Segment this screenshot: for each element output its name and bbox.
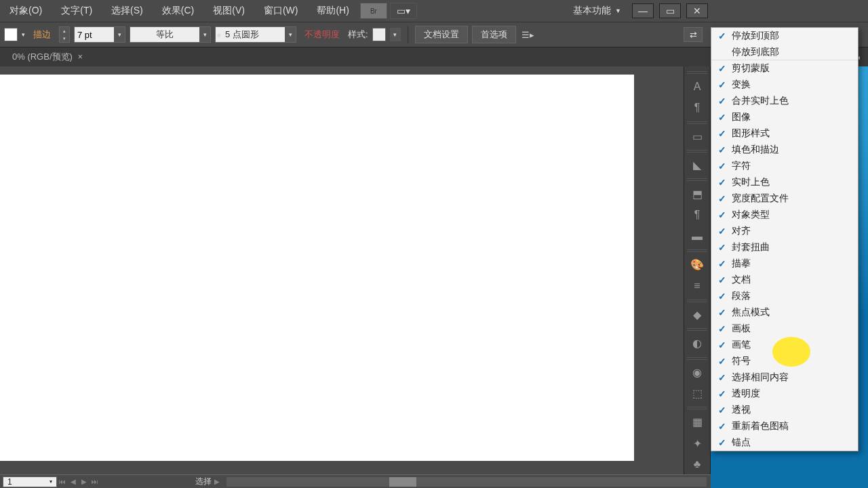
preferences-button[interactable]: 首选项 xyxy=(472,26,516,43)
stroke-panel-icon[interactable]: ≡ xyxy=(687,278,707,295)
menu-window[interactable]: 窗口(W) xyxy=(254,5,308,17)
prev-icon[interactable]: ◀ xyxy=(68,478,79,485)
menu-item[interactable]: ✓图像 xyxy=(711,109,858,125)
menu-item[interactable]: ✓锚点 xyxy=(711,434,858,451)
menu-item[interactable]: ✓焦点模式 xyxy=(711,304,858,321)
artboard-nav-combo[interactable]: 1 ▾ xyxy=(3,476,57,487)
next-icon[interactable]: ▶ xyxy=(79,478,90,485)
chevron-down-icon[interactable]: ▾ xyxy=(114,27,125,42)
opacity-label[interactable]: 不透明度 xyxy=(300,28,344,41)
transparency-icon[interactable]: ◉ xyxy=(687,364,707,381)
check-icon: ✓ xyxy=(718,96,732,106)
brushes-icon[interactable]: ✦ xyxy=(687,435,707,452)
menu-item[interactable]: ✓透视 xyxy=(711,402,858,418)
gradient-icon[interactable]: ◐ xyxy=(687,335,707,352)
transform-icon[interactable]: ⬒ xyxy=(687,185,707,202)
swatches-icon[interactable]: ▦ xyxy=(687,413,707,430)
chevron-down-icon[interactable]: ▾ xyxy=(390,28,401,41)
document-tab[interactable]: 0% (RGB/预览) × xyxy=(5,51,90,63)
menu-select[interactable]: 选择(S) xyxy=(102,5,153,17)
menu-item-label: 剪切蒙版 xyxy=(732,62,770,75)
close-button[interactable]: ✕ xyxy=(686,3,708,18)
stroke-weight-combo[interactable]: ▾ xyxy=(74,26,125,43)
menu-item[interactable]: ✓宽度配置文件 xyxy=(711,190,858,207)
check-icon: ✓ xyxy=(718,112,732,123)
workspace-switcher[interactable]: 基本功能 ▼ xyxy=(565,5,629,17)
character-panel-icon[interactable]: A xyxy=(687,78,707,95)
menu-item-label: 图形样式 xyxy=(732,127,770,140)
menu-item[interactable]: ✓实时上色 xyxy=(711,174,858,190)
menu-item[interactable]: ✓对象类型 xyxy=(711,207,858,223)
arrange-icon[interactable]: ▭▾ xyxy=(390,3,417,19)
menu-item[interactable]: ✓合并实时上色 xyxy=(711,93,858,109)
align-icon[interactable]: ☰▸ xyxy=(520,28,536,41)
menu-item-label: 透明度 xyxy=(732,388,760,400)
menu-item-label: 字符 xyxy=(732,160,751,172)
menu-help[interactable]: 帮助(H) xyxy=(307,5,358,17)
menu-item[interactable]: ✓字符 xyxy=(711,158,858,174)
menu-item[interactable]: ✓重新着色图稿 xyxy=(711,418,858,434)
menu-item[interactable]: ✓图形样式 xyxy=(711,125,858,142)
menu-item[interactable]: ✓对齐 xyxy=(711,223,858,239)
menu-text[interactable]: 文字(T) xyxy=(52,5,102,17)
paragraph-panel-icon[interactable]: ¶ xyxy=(687,99,707,116)
check-icon: ✓ xyxy=(718,388,732,399)
bridge-icon[interactable]: Br xyxy=(360,3,387,19)
scale-combo[interactable]: 等比 ▾ xyxy=(130,26,211,43)
menu-item[interactable]: ✓描摹 xyxy=(711,256,858,272)
check-icon: ✓ xyxy=(718,144,732,155)
menu-item[interactable]: ✓停放到顶部 xyxy=(711,28,858,44)
menu-item-label: 合并实时上色 xyxy=(732,95,789,107)
menu-item[interactable]: ✓选择相同内容 xyxy=(711,369,858,386)
brush-combo[interactable]: ● 5 点圆形 ▾ xyxy=(215,26,296,43)
maximize-button[interactable]: ▭ xyxy=(659,3,681,18)
menu-item[interactable]: ✓符号 xyxy=(711,353,858,369)
menu-view[interactable]: 视图(V) xyxy=(203,5,254,17)
chevron-down-icon[interactable]: ▾ xyxy=(22,31,25,38)
symbols-icon[interactable]: ♣ xyxy=(687,456,707,473)
canvas-area: ▲ ▼ xyxy=(0,66,711,474)
first-icon[interactable]: ⏮ xyxy=(57,478,68,485)
menu-item[interactable]: ✓剪切蒙版 xyxy=(711,60,858,77)
menu-item[interactable]: ✓画板 xyxy=(711,321,858,337)
scrollbar-thumb[interactable] xyxy=(389,477,416,487)
shape-icon[interactable]: ◣ xyxy=(687,157,707,174)
menu-item[interactable]: ✓填色和描边 xyxy=(711,142,858,158)
menu-item-label: 停放到底部 xyxy=(732,46,779,58)
color-icon[interactable]: 🎨 xyxy=(687,256,707,273)
close-icon[interactable]: × xyxy=(78,52,83,62)
check-icon: ✓ xyxy=(718,274,732,285)
menu-object[interactable]: 对象(O) xyxy=(0,5,52,17)
style-swatch[interactable] xyxy=(372,28,386,41)
check-icon: ✓ xyxy=(718,79,732,90)
check-icon: ✓ xyxy=(718,63,732,74)
stroke-weight-input[interactable] xyxy=(75,30,114,40)
artboard[interactable] xyxy=(0,75,634,461)
menu-item[interactable]: ✓变换 xyxy=(711,77,858,93)
menu-item-label: 画笔 xyxy=(732,339,751,351)
chevron-down-icon[interactable]: ▾ xyxy=(199,27,210,42)
layers-icon[interactable]: ◆ xyxy=(687,306,707,323)
menu-item[interactable]: ✓画笔 xyxy=(711,337,858,353)
artboard-number: 1 xyxy=(7,477,12,487)
menu-item[interactable]: ✓段落 xyxy=(711,288,858,304)
menu-item[interactable]: ✓透明度 xyxy=(711,386,858,402)
stroke-spinner[interactable]: ▴▾ xyxy=(59,26,70,43)
menu-item[interactable]: 停放到底部 xyxy=(711,44,858,60)
fill-swatch[interactable] xyxy=(4,28,18,41)
chevron-down-icon[interactable]: ▾ xyxy=(285,27,296,42)
tool-menu-icon[interactable]: ▶ xyxy=(212,478,222,485)
menu-item[interactable]: ✓文档 xyxy=(711,272,858,288)
artboard-panel-icon[interactable]: ⬚ xyxy=(687,385,707,402)
menu-effect[interactable]: 效果(C) xyxy=(153,5,203,17)
style-label: 样式: xyxy=(348,28,368,41)
document-setup-button[interactable]: 文档设置 xyxy=(415,26,468,43)
panel-menu-button[interactable]: ⇄ xyxy=(684,27,703,42)
align-panel-icon[interactable]: ¶ xyxy=(687,207,707,224)
appearance-icon[interactable]: ▬ xyxy=(687,228,707,245)
horizontal-scrollbar[interactable] xyxy=(226,477,707,487)
menu-item[interactable]: ✓封套扭曲 xyxy=(711,239,858,256)
minimize-button[interactable]: — xyxy=(632,3,654,18)
pathfinder-icon[interactable]: ▭ xyxy=(687,128,707,145)
last-icon[interactable]: ⏭ xyxy=(90,478,100,485)
